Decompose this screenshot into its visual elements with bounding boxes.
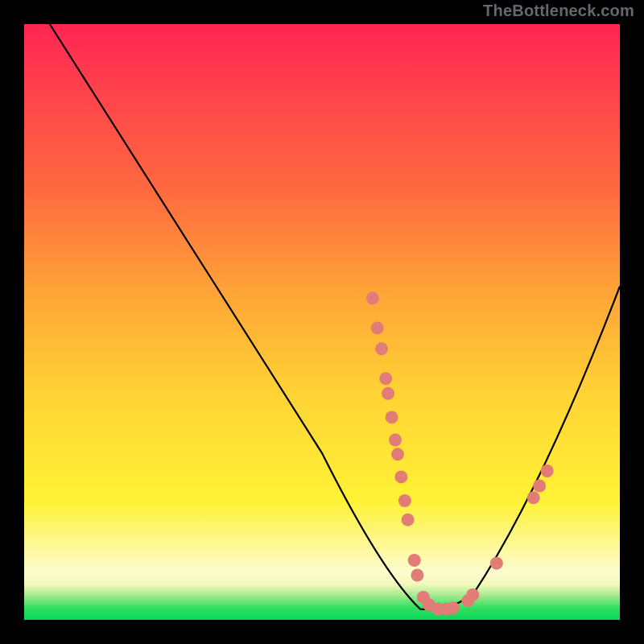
data-dot [375, 342, 388, 355]
data-dot [386, 411, 398, 423]
chart-frame: TheBottleneck.com [0, 0, 644, 644]
data-dot [411, 569, 423, 582]
data-dot [371, 321, 384, 334]
data-dot [466, 588, 479, 601]
data-dot [366, 291, 379, 304]
data-dot [394, 470, 407, 483]
data-dot [398, 494, 411, 507]
data-dot [527, 491, 540, 504]
bottleneck-curve [50, 24, 620, 609]
data-dot [379, 372, 392, 385]
watermark-text: TheBottleneck.com [483, 2, 634, 20]
plot-area [24, 24, 620, 620]
data-dot [389, 434, 402, 447]
data-dots-group [366, 291, 554, 615]
chart-overlay-svg [24, 24, 620, 620]
data-dot [382, 387, 394, 400]
data-dot [391, 448, 404, 460]
data-dot [533, 480, 546, 493]
data-dot [490, 557, 503, 570]
data-dot [447, 601, 460, 614]
data-dot [408, 554, 421, 567]
data-dot [541, 464, 554, 477]
data-dot [402, 514, 415, 526]
